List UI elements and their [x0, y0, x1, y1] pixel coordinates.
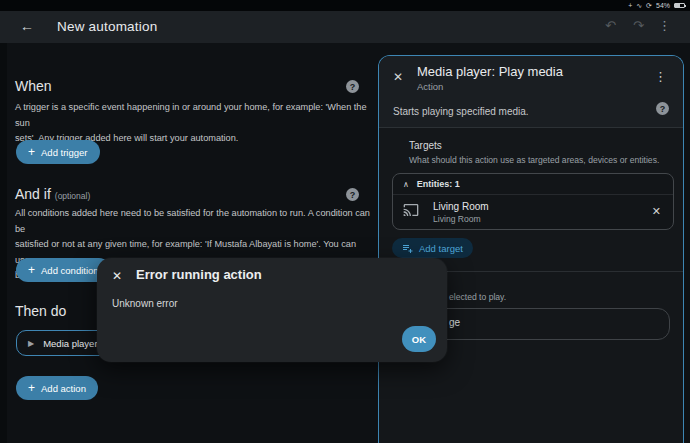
- vibrate-icon: ∿: [636, 1, 642, 10]
- and-if-help-icon[interactable]: ?: [346, 188, 359, 201]
- when-heading: When: [15, 78, 52, 94]
- media-field-text-fragment: ge: [449, 317, 460, 328]
- add-condition-label: Add condition: [41, 265, 99, 276]
- status-icons: + ∿ ⟳ 54%: [628, 1, 685, 10]
- entities-header[interactable]: ∧ Entities: 1: [393, 174, 673, 195]
- media-description-fragment: elected to play.: [449, 292, 506, 302]
- dialog-ok-button[interactable]: OK: [402, 326, 436, 352]
- entity-row: Living Room Living Room ✕: [393, 196, 673, 229]
- dialog-close-icon[interactable]: ✕: [112, 269, 122, 283]
- entities-count-label: Entities: 1: [417, 179, 460, 189]
- and-if-description-line1: All conditions added here need to be sat…: [15, 206, 373, 237]
- playlist-plus-icon: [402, 242, 414, 254]
- add-trigger-button[interactable]: + Add trigger: [16, 140, 100, 164]
- dialog-message: Unknown error: [112, 298, 178, 309]
- media-player-action-label: Media player ': [43, 338, 102, 349]
- action-card-title: Media player: Play media: [417, 64, 563, 79]
- screen: + ∿ ⟳ 54% ← New automation ↶ ↷ ⋮ When ? …: [0, 0, 690, 443]
- dialog-title: Error running action: [136, 267, 262, 282]
- action-card-menu-button[interactable]: ⋮: [654, 69, 667, 84]
- and-if-optional-label: (optional): [55, 191, 90, 201]
- back-button[interactable]: ←: [20, 18, 34, 34]
- plus-icon: +: [28, 146, 35, 158]
- add-action-label: Add action: [41, 383, 86, 394]
- targets-title: Targets: [409, 140, 442, 151]
- add-target-label: Add target: [419, 243, 463, 254]
- plus-icon: +: [28, 382, 35, 394]
- action-card-description: Starts playing specified media.: [393, 106, 529, 117]
- play-icon: ▶: [28, 339, 34, 348]
- battery-icon: [674, 3, 685, 8]
- battery-percent: 54%: [656, 1, 670, 10]
- status-bar: + ∿ ⟳ 54%: [0, 0, 690, 11]
- remove-entity-icon[interactable]: ✕: [652, 205, 661, 218]
- entities-box: ∧ Entities: 1 Living Room Living Room ✕: [392, 173, 674, 230]
- add-trigger-label: Add trigger: [41, 147, 87, 158]
- and-if-heading: And if(optional): [15, 186, 90, 202]
- add-action-button[interactable]: + Add action: [16, 376, 98, 400]
- undo-button[interactable]: ↶: [605, 18, 616, 33]
- cast-icon: [403, 202, 419, 218]
- action-help-icon[interactable]: ?: [656, 102, 669, 115]
- and-if-title: And if: [15, 186, 51, 202]
- action-card-subtitle: Action: [417, 81, 443, 92]
- plus-icon: +: [28, 264, 35, 276]
- entity-secondary: Living Room: [433, 214, 481, 224]
- chevron-up-icon: ∧: [403, 180, 409, 189]
- redo-button[interactable]: ↷: [633, 18, 644, 33]
- overflow-menu-button[interactable]: ⋮: [658, 18, 671, 33]
- close-icon[interactable]: ✕: [393, 70, 403, 84]
- status-plus-icon: +: [628, 1, 632, 10]
- left-edge-strip: [0, 43, 7, 443]
- sync-icon: ⟳: [646, 1, 652, 10]
- when-description-line1: A trigger is a specific event happening …: [15, 100, 373, 131]
- app-bar: ← New automation ↶ ↷ ⋮: [0, 11, 690, 43]
- targets-description: What should this action use as targeted …: [409, 155, 659, 165]
- error-dialog: ✕ Error running action Unknown error OK: [97, 258, 447, 362]
- then-do-heading: Then do: [15, 303, 66, 319]
- entity-name: Living Room: [433, 201, 489, 212]
- add-target-button[interactable]: Add target: [392, 238, 473, 258]
- page-title: New automation: [57, 19, 157, 34]
- when-help-icon[interactable]: ?: [346, 80, 359, 93]
- action-card-media-player: ✕ Media player: Play media Action ⋮ Star…: [378, 55, 684, 443]
